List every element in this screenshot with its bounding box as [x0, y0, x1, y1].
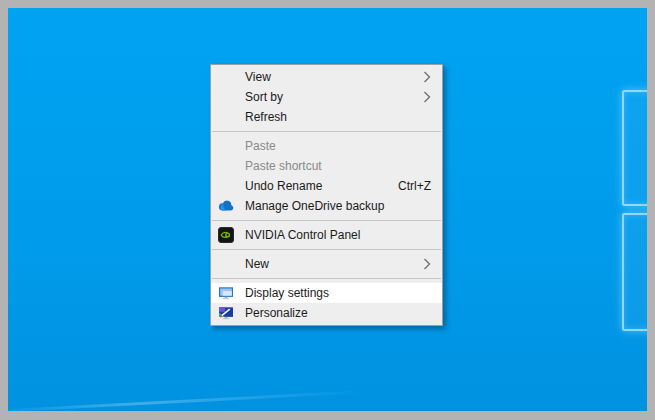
- submenu-chevron-icon: [423, 91, 431, 103]
- menu-item-label: Paste shortcut: [245, 159, 322, 173]
- submenu-chevron-icon: [423, 71, 431, 83]
- menu-item-display-settings[interactable]: Display settings: [211, 283, 442, 303]
- menu-item-label: Manage OneDrive backup: [245, 199, 384, 213]
- menu-item-label: Undo Rename: [245, 179, 322, 193]
- icon-placeholder: [218, 178, 234, 194]
- menu-item-label: Paste: [245, 139, 276, 153]
- personalize-icon: [218, 305, 234, 321]
- menu-item-label: Sort by: [245, 90, 283, 104]
- menu-item-paste: Paste: [211, 136, 442, 156]
- wallpaper-window-glow-bottom: [622, 213, 647, 331]
- wallpaper-light-streak: [8, 390, 368, 411]
- menu-separator: [212, 278, 441, 279]
- menu-item-paste-shortcut: Paste shortcut: [211, 156, 442, 176]
- menu-item-manage-onedrive-backup[interactable]: Manage OneDrive backup: [211, 196, 442, 216]
- menu-separator: [212, 131, 441, 132]
- keyboard-shortcut: Ctrl+Z: [398, 179, 431, 193]
- menu-item-label: NVIDIA Control Panel: [245, 228, 360, 242]
- icon-placeholder: [218, 138, 234, 154]
- icon-placeholder: [218, 256, 234, 272]
- menu-item-sort-by[interactable]: Sort by: [211, 87, 442, 107]
- desktop-wallpaper[interactable]: View Sort by Refresh: [8, 8, 647, 411]
- wallpaper-window-glow-top: [622, 90, 647, 206]
- menu-item-label: Refresh: [245, 110, 287, 124]
- onedrive-icon: [218, 198, 234, 214]
- menu-item-label: Display settings: [245, 286, 329, 300]
- menu-item-personalize[interactable]: Personalize: [211, 303, 442, 323]
- submenu-chevron-icon: [423, 258, 431, 270]
- menu-item-new[interactable]: New: [211, 254, 442, 274]
- menu-item-refresh[interactable]: Refresh: [211, 107, 442, 127]
- icon-placeholder: [218, 158, 234, 174]
- menu-separator: [212, 249, 441, 250]
- nvidia-icon: [218, 227, 234, 243]
- display-settings-icon: [218, 285, 234, 301]
- icon-placeholder: [218, 89, 234, 105]
- menu-item-nvidia-control-panel[interactable]: NVIDIA Control Panel: [211, 225, 442, 245]
- menu-item-label: New: [245, 257, 269, 271]
- menu-item-label: View: [245, 70, 271, 84]
- menu-item-label: Personalize: [245, 306, 308, 320]
- icon-placeholder: [218, 109, 234, 125]
- screenshot-frame: View Sort by Refresh: [0, 0, 655, 420]
- desktop-context-menu: View Sort by Refresh: [210, 64, 443, 326]
- menu-item-undo-rename[interactable]: Undo Rename Ctrl+Z: [211, 176, 442, 196]
- menu-item-view[interactable]: View: [211, 67, 442, 87]
- icon-placeholder: [218, 69, 234, 85]
- menu-separator: [212, 220, 441, 221]
